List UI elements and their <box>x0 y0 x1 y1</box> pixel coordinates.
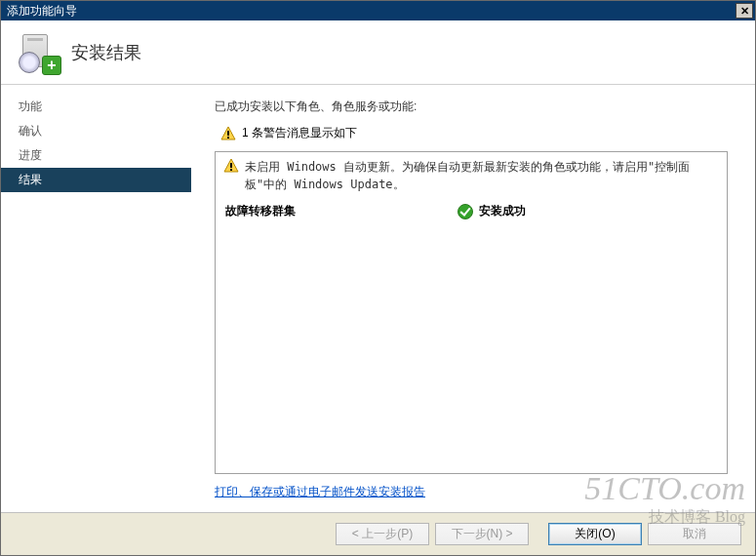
wizard-body: 功能 确认 进度 结果 已成功安装以下角色、角色服务或功能: 1 条警告消息显示… <box>1 85 755 512</box>
warning-summary-text: 1 条警告消息显示如下 <box>242 125 357 141</box>
header-icon: + <box>19 32 60 73</box>
update-warning-row: 未启用 Windows 自动更新。为确保自动更新最新安装的角色或功能，请启用"控… <box>223 158 719 193</box>
sidebar-item-results[interactable]: 结果 <box>1 168 191 192</box>
wizard-header: + 安装结果 <box>1 20 755 85</box>
page-title: 安装结果 <box>71 41 141 64</box>
wizard-window: 添加功能向导 ✕ + 安装结果 功能 确认 进度 结果 已成功安装以下角色、角色… <box>0 0 756 556</box>
disc-icon <box>19 52 40 73</box>
success-icon <box>458 204 473 219</box>
sidebar-item-features[interactable]: 功能 <box>1 95 191 119</box>
feature-result-row: 故障转移群集 安装成功 <box>223 203 719 219</box>
feature-status: 安装成功 <box>458 203 526 219</box>
close-button[interactable]: ✕ <box>736 3 753 19</box>
status-text: 安装成功 <box>479 203 526 219</box>
close-wizard-button[interactable]: 关闭(O) <box>548 523 642 545</box>
svg-rect-2 <box>227 137 229 139</box>
back-button: < 上一步(P) <box>336 523 429 545</box>
cancel-button: 取消 <box>648 523 741 545</box>
feature-name: 故障转移群集 <box>223 203 458 219</box>
report-link[interactable]: 打印、保存或通过电子邮件发送安装报告 <box>215 485 425 498</box>
report-link-row: 打印、保存或通过电子邮件发送安装报告 <box>215 484 728 500</box>
svg-rect-4 <box>230 163 232 168</box>
wizard-content: 已成功安装以下角色、角色服务或功能: 1 条警告消息显示如下 未启用 Windo… <box>191 85 755 512</box>
warning-summary-line: 1 条警告消息显示如下 <box>220 125 728 141</box>
svg-rect-5 <box>230 169 232 171</box>
titlebar: 添加功能向导 ✕ <box>1 1 755 20</box>
close-icon: ✕ <box>740 5 749 18</box>
intro-text: 已成功安装以下角色、角色服务或功能: <box>215 99 728 115</box>
update-warning-text: 未启用 Windows 自动更新。为确保自动更新最新安装的角色或功能，请启用"控… <box>245 158 719 193</box>
wizard-footer: < 上一步(P) 下一步(N) > 关闭(O) 取消 <box>1 512 755 555</box>
plus-icon: + <box>42 56 61 75</box>
warning-icon <box>223 158 239 174</box>
window-title: 添加功能向导 <box>7 3 736 20</box>
sidebar-item-confirm[interactable]: 确认 <box>1 119 191 143</box>
sidebar-item-progress[interactable]: 进度 <box>1 143 191 168</box>
results-box: 未启用 Windows 自动更新。为确保自动更新最新安装的角色或功能，请启用"控… <box>215 151 728 474</box>
wizard-steps-sidebar: 功能 确认 进度 结果 <box>1 85 191 512</box>
next-button: 下一步(N) > <box>435 523 529 545</box>
svg-rect-1 <box>227 131 229 136</box>
warning-icon <box>220 126 236 141</box>
